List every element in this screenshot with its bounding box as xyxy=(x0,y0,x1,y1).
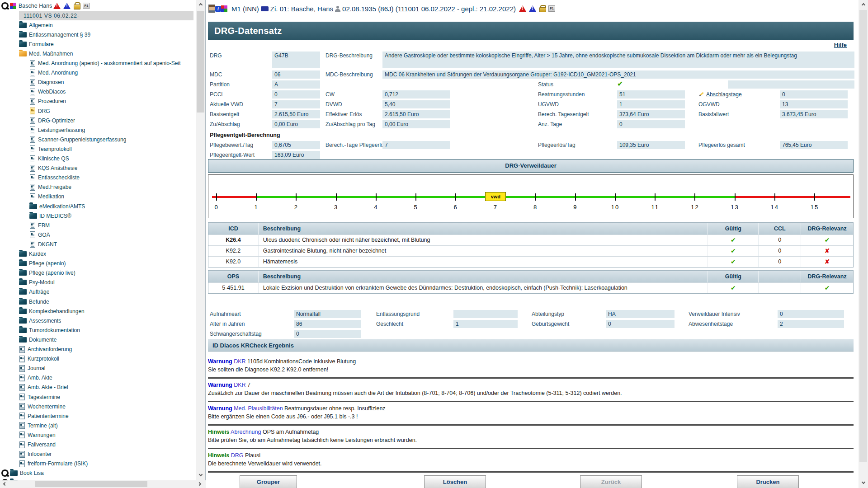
loeschen-button[interactable]: Löschen xyxy=(424,475,486,488)
patient-photo-icon[interactable] xyxy=(208,5,215,13)
sidebar-item-emedikation-amts[interactable]: eMedikation/AMTS xyxy=(29,202,85,211)
warning-red-icon[interactable] xyxy=(519,5,526,12)
icd-row-k92-2[interactable]: K92.2Gastrointestinale Blutung, nicht nä… xyxy=(208,245,853,256)
sidebar-item-leistungserfassung[interactable]: Leistungserfassung xyxy=(29,125,85,135)
sidebar-item-tagestermine[interactable]: Tagestermine xyxy=(19,392,60,402)
sidebar-item-patiententermine[interactable]: Patiententermine xyxy=(19,411,69,421)
field-value-geschlecht[interactable]: 1 xyxy=(453,320,518,328)
main-vscrollbar[interactable] xyxy=(859,0,868,488)
field-value-basisentgelt[interactable]: 2.615,50 Euro xyxy=(272,110,320,118)
field-value-pflegeentgelt_wert[interactable]: 163,09 Euro xyxy=(272,151,320,159)
field-value-basisfallwert[interactable]: 3.673,45 Euro xyxy=(780,110,848,118)
sidebar-item-book-lisa[interactable]: Book Lisa xyxy=(1,469,44,478)
sidebar-item-dokumente[interactable]: Dokumente xyxy=(19,335,57,344)
field-value-abteilungstyp[interactable]: HA xyxy=(606,310,675,318)
sidebar-item-wochentermine[interactable]: Wochentermine xyxy=(19,402,66,411)
main-scroll-up-arrow[interactable] xyxy=(859,0,868,8)
ops-row-5-451-91[interactable]: 5-451.91Lokale Exzision und Destruktion … xyxy=(208,282,853,293)
sidebar-item-pflege-apenio-live[interactable]: Pflege (apenio live) xyxy=(19,268,75,278)
sidebar-item-befunde[interactable]: Befunde xyxy=(19,297,49,306)
sidebar-item-formulare[interactable]: Formulare xyxy=(19,39,54,49)
sidebar-item-diagnosen[interactable]: Diagnosen xyxy=(29,78,64,87)
grouper-button[interactable]: Grouper xyxy=(240,475,297,488)
sidebar-item-entlasscheckliste[interactable]: Entlasscheckliste xyxy=(29,173,80,183)
sidebar-item-ebm[interactable]: EBM xyxy=(29,221,50,230)
message-category-link[interactable]: DKR xyxy=(234,358,245,365)
sidebar-item-dkgnt[interactable]: DKGNT xyxy=(29,239,57,249)
sidebar-item-scanner-gruppenleistungserfassung[interactable]: Scanner-Gruppenleistungserfassung xyxy=(29,135,126,144)
sidebar-item-med-anordnung-apenio-auskommentiert-auf-ap[interactable]: Med. Anordnung (apenio) - auskommentiert… xyxy=(29,59,181,68)
field-value-cw[interactable]: 0,712 xyxy=(382,90,450,99)
field-value-entlassungsgrund[interactable] xyxy=(453,310,518,318)
sidebar-item-journal[interactable]: Journal xyxy=(19,364,45,373)
sidebar-scroll-up-arrow[interactable] xyxy=(196,0,205,8)
sidebar-item-freiform-formulare-isik[interactable]: freiform-Formulare (ISIK) xyxy=(19,459,88,469)
field-value-pccl[interactable]: 0 xyxy=(272,90,320,99)
sidebar-item-archivanforderung[interactable]: Archivanforderung xyxy=(19,345,72,354)
sidebar-item-med-freigabe[interactable]: Med.Freigabe xyxy=(29,183,71,192)
field-value-geburtsgewicht[interactable]: 0 xyxy=(606,320,675,328)
field-value-zu_abschlag_pro_tag[interactable]: 0,00 Euro xyxy=(382,120,450,128)
message-category-link[interactable]: Abrechnung xyxy=(231,429,261,435)
warning-blue-icon[interactable] xyxy=(529,5,536,12)
message-category-link[interactable]: Med. Plausibilitäten xyxy=(234,405,283,412)
sidebar-item-id-medics[interactable]: ID MEDICS® xyxy=(29,211,71,221)
field-value-mdc[interactable]: 06 xyxy=(272,70,320,79)
sidebar-item-kurzprotokoll[interactable]: Kurzprotokoll xyxy=(19,354,59,364)
sidebar-vscrollbar[interactable] xyxy=(196,0,205,480)
sidebar-item-assessments[interactable]: Assessments xyxy=(19,316,61,325)
field-value-drg_beschreibung[interactable]: Andere Gastroskopie oder bestimmte kolos… xyxy=(382,52,854,68)
sidebar-item-warnungen[interactable]: Warnungen xyxy=(19,430,56,440)
field-value-beatmungsstunden[interactable]: 51 xyxy=(617,90,685,99)
sidebar-item-111001-vs-06-02-22[interactable]: 111001 VS 06.02.22- xyxy=(19,11,193,20)
drucken-button[interactable]: Drucken xyxy=(737,475,799,488)
sidebar-scroll-down-arrow[interactable] xyxy=(196,471,205,479)
field-value-drg[interactable]: G47B xyxy=(272,52,320,68)
sidebar-item-webdiacos[interactable]: WebDiacos xyxy=(29,87,66,97)
sidebar-item-auftr-ge[interactable]: Aufträge xyxy=(19,287,49,297)
sidebar-item-kardex[interactable]: Kardex xyxy=(19,249,46,259)
message-category-link[interactable]: DRG xyxy=(231,452,244,459)
message-category-link[interactable]: DKR xyxy=(234,382,245,388)
field-value-anz_tage[interactable]: 0 xyxy=(617,120,685,128)
main-scroll-down-arrow[interactable] xyxy=(859,479,868,487)
sidebar-item-go[interactable]: GOÄ xyxy=(29,230,50,239)
field-value-aktuelle_vwd[interactable]: 7 xyxy=(272,100,320,108)
zurueck-button[interactable]: Zurück xyxy=(580,475,642,488)
sidebar-item-pflege-apenio[interactable]: Pflege (apenio) xyxy=(19,259,66,268)
sidebar-item-teamprotokoll[interactable]: Teamprotokoll xyxy=(29,144,72,154)
sidebar-item-drg[interactable]: DRG xyxy=(29,106,50,116)
sidebar-item-entlassmanagement-39[interactable]: Entlassmanagement § 39 xyxy=(19,30,90,39)
sidebar-item-termine-alt[interactable]: Termine (alt) xyxy=(19,421,58,430)
sidebar-scroll-right-arrow[interactable] xyxy=(196,480,205,488)
sidebar-item-tumordokumentation[interactable]: Tumordokumentation xyxy=(19,325,80,335)
sidebar-item-med-anordnung[interactable]: Med. Anordnung xyxy=(29,68,78,78)
field-value-abwesenheitstage[interactable]: 2 xyxy=(778,320,844,328)
field-value-schwangerschaftstag[interactable]: 0 xyxy=(294,330,361,338)
field-value-effektiver_erloes[interactable]: 2.615,50 Euro xyxy=(382,110,450,118)
field-value-zu_abschlag[interactable]: 0,00 Euro xyxy=(272,120,320,128)
field-value-ugvwd[interactable]: 1 xyxy=(617,100,685,108)
sidebar-scroll-left-arrow[interactable] xyxy=(0,480,8,488)
sidebar-item-infocenter[interactable]: Infocenter xyxy=(19,450,52,459)
sidebar-hscroll-thumb[interactable] xyxy=(35,481,147,487)
field-value-partition[interactable]: A xyxy=(272,80,320,89)
help-link[interactable]: Hilfe xyxy=(834,42,847,48)
field-value-berech_tagesentgelt[interactable]: 373,64 Euro xyxy=(617,110,685,118)
icd-row-k92-0[interactable]: K92.0Hämatemesis✔0✘ xyxy=(208,256,853,267)
field-value-pflegeerloes_tag[interactable]: 109,35 Euro xyxy=(617,141,685,149)
sidebar-item-fallversand[interactable]: Fallversand xyxy=(19,440,56,450)
sidebar-item-komplexbehandlungen[interactable]: Komplexbehandlungen xyxy=(19,306,85,316)
field-value-aufnahmeart[interactable]: Normalfall xyxy=(294,310,361,318)
field-value-berech_tage_pflegeerloes[interactable]: 7 xyxy=(382,141,450,149)
field-value-verweildauer_intensiv[interactable]: 0 xyxy=(778,310,844,318)
sidebar-item-prozeduren[interactable]: Prozeduren xyxy=(29,97,66,106)
field-value-ogvwd[interactable]: 13 xyxy=(780,100,848,108)
field-value-alter_in_jahren[interactable]: 86 xyxy=(294,320,361,328)
sidebar-item-amb-akte[interactable]: Amb. Akte xyxy=(19,373,52,383)
sidebar-item-drg-optimizer[interactable]: DRG-Optimizer xyxy=(29,116,75,125)
sidebar-item-psy-modul[interactable]: Psy-Modul xyxy=(19,278,55,287)
icd-row-k26-4[interactable]: K26.4Ulcus duodeni: Chronisch oder nicht… xyxy=(208,235,853,245)
field-value-pflegebewert_tag[interactable]: 0,6705 xyxy=(272,141,320,149)
field-value-pflegeerloes_gesamt[interactable]: 765,45 Euro xyxy=(780,141,848,149)
